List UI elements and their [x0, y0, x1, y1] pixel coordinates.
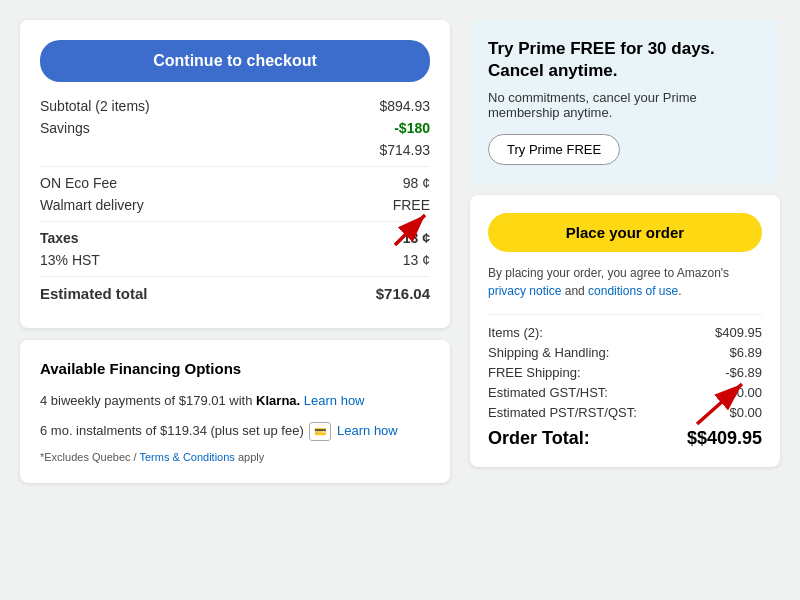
- savings-value: -$180: [394, 120, 430, 136]
- taxes-row: Taxes 13 ¢: [40, 230, 430, 246]
- financing-option1-text: 4 biweekly payments of $179.01 with: [40, 393, 252, 408]
- learn-how-link2[interactable]: Learn how: [337, 423, 398, 438]
- order-total-label: Order Total:: [488, 428, 590, 449]
- financing-option2: 6 mo. instalments of $119.34 (plus set u…: [40, 421, 430, 441]
- order-total-row: Order Total: $$409.95: [488, 428, 762, 449]
- subtotal-row: Subtotal (2 items) $894.93: [40, 98, 430, 114]
- free-shipping-value: -$6.89: [725, 365, 762, 380]
- net-subtotal-row: $714.93: [40, 142, 430, 158]
- pst-value: $0.00: [729, 405, 762, 420]
- prime-banner: Try Prime FREE for 30 days.Cancel anytim…: [470, 20, 780, 183]
- savings-row: Savings -$180: [40, 120, 430, 136]
- hst-label: 13% HST: [40, 252, 100, 268]
- pst-row: Estimated PST/RST/QST: $0.00: [488, 405, 762, 420]
- hst-row: 13% HST 13 ¢: [40, 252, 430, 268]
- klarna-brand: Klarna.: [256, 393, 300, 408]
- page-wrapper: Continue to checkout Subtotal (2 items) …: [20, 20, 780, 483]
- gst-value: $0.00: [729, 385, 762, 400]
- delivery-value: FREE: [393, 197, 430, 213]
- terms-suffix: apply: [238, 451, 264, 463]
- checkout-button[interactable]: Continue to checkout: [40, 40, 430, 82]
- savings-label: Savings: [40, 120, 90, 136]
- eco-fee-value: 98 ¢: [403, 175, 430, 191]
- cart-summary-card: Continue to checkout Subtotal (2 items) …: [20, 20, 450, 328]
- taxes-label: Taxes: [40, 230, 79, 246]
- gst-row: Estimated GST/HST: $0.00: [488, 385, 762, 400]
- agreement-period: .: [678, 284, 681, 298]
- divider3: [40, 276, 430, 277]
- net-subtotal-value: $714.93: [379, 142, 430, 158]
- taxes-value: 13 ¢: [403, 230, 430, 246]
- divider2: [40, 221, 430, 222]
- agreement-and: and: [565, 284, 585, 298]
- terms-prefix: *Excludes Quebec /: [40, 451, 137, 463]
- items-row: Items (2): $409.95: [488, 325, 762, 340]
- agreement-text: By placing your order, you agree to Amaz…: [488, 264, 762, 300]
- estimated-total-label: Estimated total: [40, 285, 148, 302]
- prime-heading-text: Try Prime FREE for 30 days.Cancel anytim…: [488, 39, 715, 80]
- agreement-prefix: By placing your order, you agree to Amaz…: [488, 266, 729, 280]
- estimated-total-row: Estimated total $716.04: [40, 285, 430, 302]
- pst-label: Estimated PST/RST/QST:: [488, 405, 637, 420]
- subtotal-value: $894.93: [379, 98, 430, 114]
- order-card: Place your order By placing your order, …: [470, 195, 780, 467]
- terms-link[interactable]: Terms & Conditions: [139, 451, 234, 463]
- prime-heading: Try Prime FREE for 30 days.Cancel anytim…: [488, 38, 762, 82]
- delivery-row: Walmart delivery FREE: [40, 197, 430, 213]
- gst-label: Estimated GST/HST:: [488, 385, 608, 400]
- eco-fee-label: ON Eco Fee: [40, 175, 117, 191]
- card-icon: 💳: [309, 422, 331, 441]
- learn-how-link1[interactable]: Learn how: [304, 393, 365, 408]
- place-order-button[interactable]: Place your order: [488, 213, 762, 252]
- financing-title: Available Financing Options: [40, 360, 430, 377]
- order-total-value: $$409.95: [687, 428, 762, 449]
- items-value: $409.95: [715, 325, 762, 340]
- shipping-label: Shipping & Handling:: [488, 345, 609, 360]
- financing-option1: 4 biweekly payments of $179.01 with Klar…: [40, 391, 430, 411]
- shipping-value: $6.89: [729, 345, 762, 360]
- right-panel: Try Prime FREE for 30 days.Cancel anytim…: [470, 20, 780, 483]
- conditions-link[interactable]: conditions of use: [588, 284, 678, 298]
- terms-note: *Excludes Quebec / Terms & Conditions ap…: [40, 451, 430, 463]
- privacy-notice-link[interactable]: privacy notice: [488, 284, 561, 298]
- free-shipping-row: FREE Shipping: -$6.89: [488, 365, 762, 380]
- taxes-section: Taxes 13 ¢ 13% HST 13 ¢: [40, 230, 430, 268]
- estimated-total-value: $716.04: [376, 285, 430, 302]
- subtotal-label: Subtotal (2 items): [40, 98, 150, 114]
- left-panel: Continue to checkout Subtotal (2 items) …: [20, 20, 450, 483]
- items-label: Items (2):: [488, 325, 543, 340]
- shipping-row: Shipping & Handling: $6.89: [488, 345, 762, 360]
- order-divider: [488, 314, 762, 315]
- eco-fee-row: ON Eco Fee 98 ¢: [40, 175, 430, 191]
- financing-option2-text: 6 mo. instalments of $119.34 (plus set u…: [40, 423, 304, 438]
- hst-value: 13 ¢: [403, 252, 430, 268]
- try-prime-button[interactable]: Try Prime FREE: [488, 134, 620, 165]
- free-shipping-label: FREE Shipping:: [488, 365, 581, 380]
- financing-card: Available Financing Options 4 biweekly p…: [20, 340, 450, 483]
- prime-sub: No commitments, cancel your Prime member…: [488, 90, 762, 120]
- delivery-label: Walmart delivery: [40, 197, 144, 213]
- divider1: [40, 166, 430, 167]
